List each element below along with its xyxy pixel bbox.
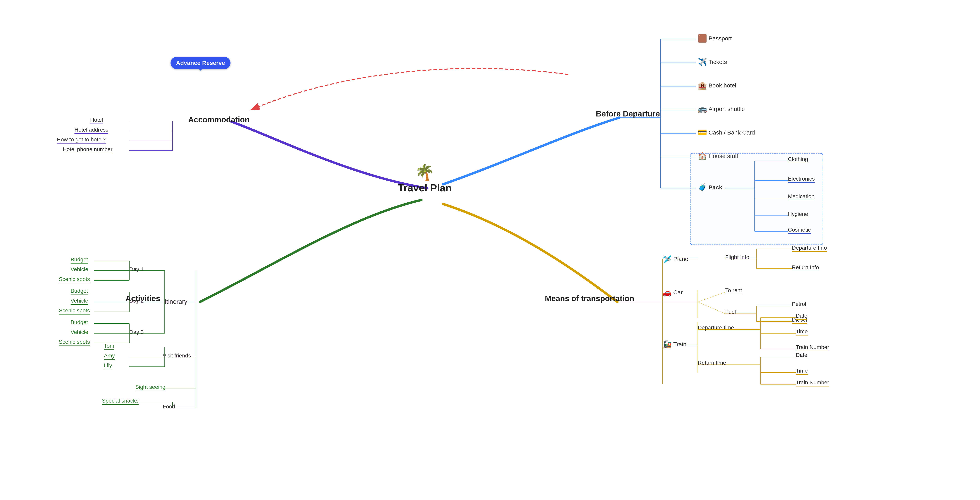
ret-date: Date — [796, 352, 807, 359]
svg-line-67 — [698, 302, 725, 314]
car-label: 🚗 Car — [662, 288, 682, 297]
tickets-icon: ✈️ — [698, 57, 707, 66]
plane-icon: 🛩️ — [662, 255, 672, 263]
bank-card-icon: 💳 — [698, 128, 707, 137]
accommodation-branch: Accommodation — [188, 115, 250, 124]
ret-train-number: Train Number — [796, 379, 829, 387]
bd-cash: 💳 Cash / Bank Card — [698, 128, 755, 137]
dep-time: Time — [796, 328, 808, 336]
day3-budget: Budget — [70, 319, 88, 326]
fuel-label: Fuel — [725, 309, 736, 315]
day2-label: Day 2 — [129, 298, 144, 304]
special-snacks: Special snacks — [102, 398, 138, 405]
pack-cosmetic: Cosmetic — [788, 227, 811, 234]
return-info: Return Info — [792, 264, 819, 271]
day3-scenic: Scenic spots — [59, 339, 90, 346]
day2-vehicle: Vehicle — [70, 298, 88, 305]
accom-hotel: Hotel — [90, 117, 103, 124]
day3-label: Day 3 — [129, 329, 144, 335]
ret-time-label: Return time — [698, 360, 726, 366]
pack-clothing: Clothing — [788, 156, 808, 163]
bd-pack: 🧳 Pack — [698, 183, 722, 192]
palm-tree-icon: 🌴 — [415, 165, 434, 180]
dep-date: Date — [796, 313, 807, 320]
train-icon: 🚂 — [662, 340, 672, 349]
day1-scenic: Scenic spots — [59, 276, 90, 283]
accom-hotel-address: Hotel address — [75, 127, 108, 134]
day2-budget: Budget — [70, 288, 88, 295]
itinerary-label: Itinerary — [165, 298, 188, 305]
day3-vehicle: Vehicle — [70, 329, 88, 336]
day1-budget: Budget — [70, 256, 88, 264]
accom-phone: Hotel phone number — [63, 146, 113, 153]
flight-info-label: Flight Info — [725, 254, 749, 260]
train-label: 🚂 Train — [662, 340, 686, 349]
pack-hygiene: Hygiene — [788, 211, 808, 218]
dep-time-label: Departure time — [698, 325, 734, 331]
petrol: Petrol — [792, 301, 806, 308]
food-label: Food — [163, 403, 175, 410]
to-rent: To rent — [725, 287, 742, 294]
pack-medication: Medication — [788, 193, 815, 201]
sight-seeing: Sight seeing — [135, 384, 165, 391]
center-node: 🌴 Travel Plan — [398, 165, 452, 194]
car-icon: 🚗 — [662, 288, 672, 297]
day1-vehicle: Vehicle — [70, 266, 88, 273]
dep-train-number: Train Number — [796, 344, 829, 351]
pack-electronics: Electronics — [788, 176, 815, 183]
bd-tickets: ✈️ Tickets — [698, 57, 727, 66]
plane-label: 🛩️ Plane — [662, 255, 688, 263]
friend-tom: Tom — [104, 343, 114, 350]
accom-how-to-get: How to get to hotel? — [57, 137, 106, 143]
advance-reserve-bubble: Advance Reserve — [170, 57, 231, 69]
bd-book-hotel: 🏨 Book hotel — [698, 81, 737, 90]
before-departure-branch: Before Departure — [596, 110, 660, 118]
pack-icon: 🧳 — [698, 183, 707, 192]
day2-scenic: Scenic spots — [59, 307, 90, 315]
ret-time: Time — [796, 368, 808, 375]
passport-icon: 🟫 — [698, 34, 707, 43]
svg-line-66 — [698, 292, 725, 302]
friend-lily: Lily — [104, 362, 112, 369]
hotel-icon: 🏨 — [698, 81, 707, 90]
visit-friends-label: Visit friends — [163, 352, 191, 359]
bd-airport-shuttle: 🚌 Airport shuttle — [698, 105, 745, 113]
shuttle-icon: 🚌 — [698, 105, 707, 113]
day1-label: Day 1 — [129, 266, 144, 272]
bd-passport: 🟫 Passport — [698, 34, 732, 43]
friend-amy: Amy — [104, 352, 115, 360]
departure-info: Departure Info — [792, 245, 827, 252]
main-title: Travel Plan — [398, 182, 452, 194]
means-transport-branch: Means of transportation — [545, 294, 634, 303]
